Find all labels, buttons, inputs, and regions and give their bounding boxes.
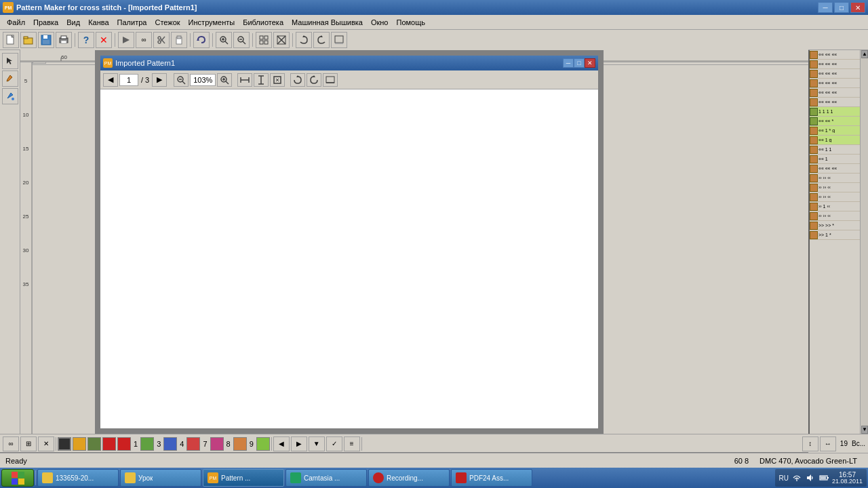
expand2-button[interactable]: ↔ — [820, 436, 836, 451]
grid2-button[interactable] — [273, 32, 290, 48]
menu-view[interactable]: Вид — [62, 17, 84, 28]
close-button[interactable]: ✕ — [850, 2, 865, 13]
prev-page-button[interactable]: ◀ — [103, 73, 118, 87]
color-row-12[interactable]: «« 1 — [810, 155, 861, 164]
rotate-pat-ccw-button[interactable] — [307, 73, 321, 87]
color-row-10[interactable]: «« 1 g — [810, 136, 861, 145]
color-row-15[interactable]: ›› ›› ‹‹ — [810, 183, 861, 192]
tool-cursor[interactable] — [2, 53, 18, 69]
color-row-6[interactable]: «« «« «« — [810, 98, 861, 107]
taskbar-item-recording[interactable]: Recording... — [368, 469, 450, 487]
pattern-close[interactable]: ✕ — [585, 58, 595, 68]
color-row-17[interactable]: ›› 1 ‹‹ — [810, 202, 861, 211]
rotate-pat-button[interactable] — [290, 73, 305, 87]
color-swatch-pink[interactable] — [210, 437, 224, 451]
color-row-9[interactable]: «« 1 * g — [810, 126, 861, 136]
checkmark-button[interactable]: ✓ — [326, 436, 342, 451]
color-row-5[interactable]: «« «« «« — [810, 88, 861, 98]
color-swatch-green[interactable] — [87, 437, 101, 451]
color-row-2[interactable]: «« «« «« — [810, 60, 861, 69]
minimize-button[interactable]: ─ — [818, 2, 833, 13]
color-swatch-red2[interactable] — [117, 437, 131, 451]
menu-window[interactable]: Окно — [367, 17, 393, 28]
color-row-3[interactable]: «« «« «« — [810, 69, 861, 79]
color-swatch-orange[interactable] — [233, 437, 247, 451]
menu-file[interactable]: Файл — [3, 17, 29, 28]
color-row-1[interactable]: «« «« «« — [810, 50, 861, 60]
rotate-ccw-button[interactable] — [313, 32, 330, 48]
print-button[interactable] — [56, 32, 72, 48]
color-row-18[interactable]: ›› ›› ‹‹ — [810, 211, 861, 221]
connect-button[interactable]: ⊞ — [20, 436, 37, 451]
color-swatch-yellow[interactable] — [73, 437, 86, 451]
color-swatch-lime[interactable] — [256, 437, 270, 451]
color-row-13[interactable]: «« «« «« — [810, 164, 861, 174]
taskbar-item-pattern[interactable]: PM Pattern ... — [203, 469, 284, 487]
loop-mode-button[interactable]: ∞ — [3, 436, 19, 451]
fit-height-button[interactable] — [254, 73, 269, 87]
save-button[interactable] — [38, 32, 54, 48]
undo-button[interactable] — [193, 32, 210, 48]
grid-button[interactable] — [256, 32, 272, 48]
menu-machine[interactable]: Машинная Вышивка — [288, 17, 367, 28]
pattern-minimize[interactable]: ─ — [563, 58, 574, 68]
zoom-out-button[interactable] — [233, 32, 250, 48]
erase-mode-button[interactable]: ✕ — [38, 436, 54, 451]
menu-canvas[interactable]: Канва — [84, 17, 113, 28]
menu-help[interactable]: Помощь — [392, 17, 429, 28]
menu-stitch[interactable]: Стежок — [151, 17, 184, 28]
color-swatch-darkred[interactable] — [186, 437, 200, 451]
color-swatch-red[interactable] — [102, 437, 116, 451]
down-color-button[interactable]: ▼ — [309, 436, 325, 451]
color-row-19[interactable]: >> >> * — [810, 221, 861, 230]
view-pat-button[interactable] — [323, 73, 338, 87]
open-button[interactable] — [20, 32, 37, 48]
menu-library[interactable]: Библиотека — [239, 17, 288, 28]
start-button[interactable] — [1, 469, 34, 487]
menu-tools[interactable]: Инструменты — [184, 17, 239, 28]
menu-edit[interactable]: Правка — [29, 17, 62, 28]
tool-pencil[interactable] — [2, 70, 18, 87]
tool-fill[interactable] — [2, 88, 18, 104]
next-page-button[interactable]: ▶ — [152, 73, 167, 87]
menu-palette[interactable]: Палитра — [113, 17, 151, 28]
strikethrough-button[interactable]: ≡ — [344, 436, 360, 451]
zoom-in-pat-button[interactable] — [217, 73, 232, 87]
new-button[interactable] — [3, 32, 19, 48]
color-row-14[interactable]: ›› ›› ‹‹ — [810, 174, 861, 183]
fit-page-button[interactable] — [270, 73, 285, 87]
color-row-4[interactable]: «« «« «« — [810, 79, 861, 88]
fit-width-button[interactable] — [237, 73, 252, 87]
pattern-maximize[interactable]: □ — [574, 58, 585, 68]
paste-button[interactable] — [171, 32, 187, 48]
color-swatch-green2[interactable] — [140, 437, 154, 451]
close-pattern-button[interactable]: ✕ — [96, 32, 112, 48]
prev-color-button[interactable]: ◀ — [273, 436, 290, 451]
zoom-input[interactable] — [190, 74, 216, 86]
right-panel-scrollbar[interactable]: ▲ ▼ — [860, 50, 868, 434]
taskbar-item-pdf[interactable]: PDF24 Ass... — [451, 469, 532, 487]
svg-rect-82 — [326, 77, 334, 83]
expand-button[interactable]: ↕ — [802, 436, 818, 451]
color-swatch-blue[interactable] — [163, 437, 177, 451]
taskbar-item-folder[interactable]: Урок — [120, 469, 201, 487]
color-row-8[interactable]: «« «« * — [810, 117, 861, 126]
color-row-16[interactable]: ›› ›› ‹‹ — [810, 192, 861, 202]
next-color-button[interactable]: ▶ — [291, 436, 307, 451]
scissors-button[interactable] — [153, 32, 170, 48]
color-row-11[interactable]: «« 1 1 — [810, 145, 861, 155]
maximize-button[interactable]: □ — [834, 2, 849, 13]
page-input[interactable] — [119, 74, 138, 86]
zoom-in-button[interactable] — [216, 32, 232, 48]
taskbar-item-camtasia[interactable]: Camtasia ... — [285, 469, 367, 487]
color-swatch-black[interactable] — [58, 437, 71, 451]
help-button[interactable]: ? — [78, 32, 94, 48]
color-row-20[interactable]: >> 1 * — [810, 230, 861, 240]
arrow-button[interactable] — [118, 32, 134, 48]
color-row-7[interactable]: 1 1 1 1 — [810, 107, 861, 117]
view-button[interactable] — [331, 32, 347, 48]
rotate-cw-button[interactable] — [296, 32, 312, 48]
loop-button[interactable]: ∞ — [136, 32, 152, 48]
zoom-out-pat-button[interactable] — [174, 73, 189, 87]
taskbar-item-explorer[interactable]: 133659-20... — [37, 469, 119, 487]
